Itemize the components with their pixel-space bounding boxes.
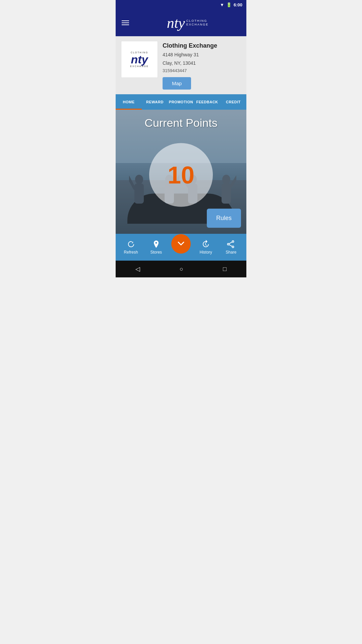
history-nav-item[interactable]: History <box>196 240 216 255</box>
share-icon <box>227 240 235 249</box>
points-circle: 10 <box>149 143 213 207</box>
share-label: Share <box>226 250 236 255</box>
home-button[interactable]: ○ <box>180 266 183 273</box>
svg-point-13 <box>228 244 229 245</box>
tab-feedback[interactable]: FEEDBACK <box>194 94 220 110</box>
stores-label: Stores <box>150 250 162 255</box>
logo-exchange: EXCHANGE <box>186 23 209 26</box>
logo-clothing: CLOTHING <box>186 19 209 23</box>
refresh-label: Refresh <box>124 250 138 255</box>
recents-button[interactable]: □ <box>223 266 227 273</box>
refresh-nav-item[interactable]: Refresh <box>121 240 141 255</box>
store-logo-nty: nty <box>131 54 148 65</box>
back-button[interactable]: ◁ <box>135 265 140 273</box>
svg-point-12 <box>232 241 234 243</box>
points-value: 10 <box>168 161 194 189</box>
tab-credit[interactable]: CREDIT <box>220 94 246 110</box>
tab-promotion[interactable]: PROMOTION <box>168 94 194 110</box>
hamburger-menu[interactable] <box>122 20 129 25</box>
refresh-icon <box>127 240 135 249</box>
app-header: nty CLOTHING EXCHANGE <box>116 9 246 36</box>
status-time: 6:00 <box>234 2 242 7</box>
tab-reward[interactable]: REWARD <box>142 94 168 110</box>
store-details: Clothing Exchange 4148 Highway 31 Clay, … <box>163 41 241 90</box>
store-logo: CLOTHING nty EXCHANGE <box>121 41 158 78</box>
chevron-down-icon <box>176 239 186 249</box>
main-content: Current Points 10 Rules <box>116 110 246 234</box>
store-logo-exchange-text: EXCHANGE <box>130 65 148 67</box>
store-address-2: Clay, NY, 13041 <box>163 60 241 67</box>
store-info-section: CLOTHING nty EXCHANGE Clothing Exchange … <box>116 36 246 94</box>
share-nav-item[interactable]: Share <box>221 240 241 255</box>
status-bar: ▼ 🔋 6:00 <box>116 0 246 9</box>
history-label: History <box>199 250 212 255</box>
nav-tabs: HOME REWARD PROMOTION FEEDBACK CREDIT <box>116 94 246 110</box>
rules-button[interactable]: Rules <box>207 209 241 228</box>
tab-home[interactable]: HOME <box>116 94 142 110</box>
center-nav-button[interactable] <box>171 234 191 254</box>
store-name: Clothing Exchange <box>163 42 241 49</box>
bottom-nav: Refresh Stores History <box>116 234 246 261</box>
history-icon <box>201 240 210 249</box>
store-address-1: 4148 Highway 31 <box>163 51 241 58</box>
svg-line-16 <box>229 245 232 246</box>
stores-icon <box>152 240 161 249</box>
wifi-icon: ▼ <box>220 2 224 7</box>
header-logo: nty CLOTHING EXCHANGE <box>135 14 240 32</box>
battery-icon: 🔋 <box>226 2 232 7</box>
svg-point-14 <box>232 246 234 248</box>
stores-nav-item[interactable]: Stores <box>146 240 166 255</box>
system-nav-bar: ◁ ○ □ <box>116 261 246 277</box>
logo-nty: nty <box>167 14 185 32</box>
current-points-label: Current Points <box>116 116 246 129</box>
svg-line-15 <box>229 242 232 244</box>
map-button[interactable]: Map <box>163 77 191 90</box>
store-phone: 3159443447 <box>163 68 241 73</box>
